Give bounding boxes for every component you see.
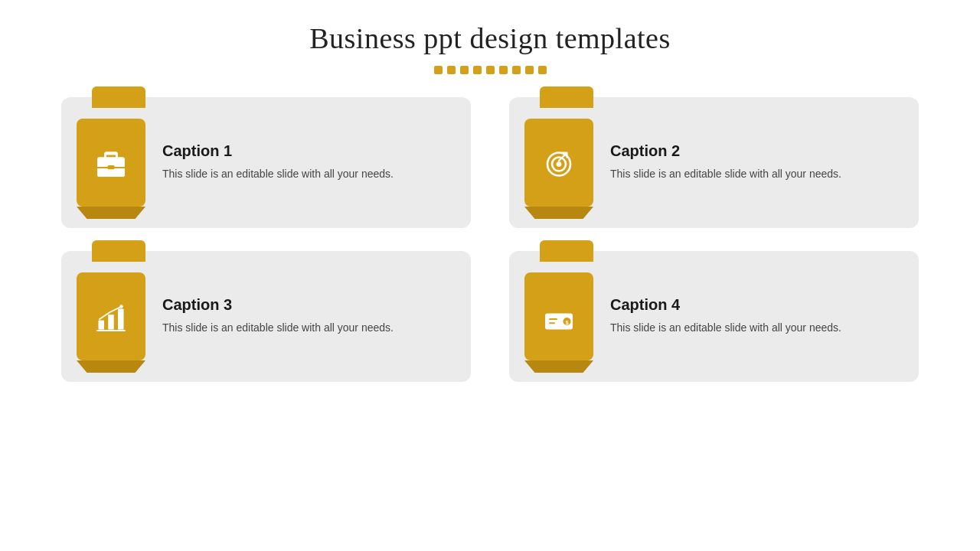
card-content-4: Caption 4 This slide is an editable slid… bbox=[610, 296, 897, 337]
dot-6 bbox=[499, 66, 508, 74]
svg-rect-13 bbox=[108, 315, 114, 330]
card-tab-3 bbox=[92, 240, 145, 262]
dot-1 bbox=[434, 66, 443, 74]
dot-5 bbox=[486, 66, 495, 74]
money-icon: $ bbox=[541, 298, 577, 335]
card-content-3: Caption 3 This slide is an editable slid… bbox=[162, 296, 449, 337]
decorative-dots bbox=[434, 66, 547, 74]
page-header: Business ppt design templates bbox=[309, 0, 671, 55]
card-2: Caption 2 This slide is an editable slid… bbox=[509, 97, 919, 228]
card-wrapper-3: Caption 3 This slide is an editable slid… bbox=[61, 251, 471, 382]
card-tab-1 bbox=[92, 86, 145, 108]
dot-2 bbox=[447, 66, 456, 74]
caption-text-4: This slide is an editable slide with all… bbox=[610, 320, 897, 337]
icon-box-3 bbox=[77, 272, 145, 360]
dot-7 bbox=[512, 66, 521, 74]
card-tab-4 bbox=[540, 240, 593, 262]
card-3: Caption 3 This slide is an editable slid… bbox=[61, 251, 471, 382]
card-wrapper-2: Caption 2 This slide is an editable slid… bbox=[509, 97, 919, 228]
caption-title-4: Caption 4 bbox=[610, 296, 897, 314]
dot-3 bbox=[460, 66, 469, 74]
card-content-1: Caption 1 This slide is an editable slid… bbox=[162, 142, 449, 183]
dot-9 bbox=[538, 66, 547, 74]
caption-title-3: Caption 3 bbox=[162, 296, 449, 314]
caption-text-2: This slide is an editable slide with all… bbox=[610, 166, 897, 183]
card-wrapper-1: Caption 1 This slide is an editable slid… bbox=[61, 97, 471, 228]
caption-text-1: This slide is an editable slide with all… bbox=[162, 166, 449, 183]
cards-grid: Caption 1 This slide is an editable slid… bbox=[0, 97, 980, 382]
page-title: Business ppt design templates bbox=[309, 21, 671, 55]
svg-point-16 bbox=[119, 305, 123, 308]
card-4: $ Caption 4 This slide is an editable sl… bbox=[509, 251, 919, 382]
svg-point-10 bbox=[557, 161, 562, 167]
card-1: Caption 1 This slide is an editable slid… bbox=[61, 97, 471, 228]
icon-box-4: $ bbox=[524, 272, 593, 360]
icon-box-1 bbox=[77, 119, 145, 207]
caption-title-2: Caption 2 bbox=[610, 142, 897, 160]
icon-box-2 bbox=[524, 119, 593, 207]
caption-text-3: This slide is an editable slide with all… bbox=[162, 320, 449, 337]
card-wrapper-4: $ Caption 4 This slide is an editable sl… bbox=[509, 251, 919, 382]
caption-title-1: Caption 1 bbox=[162, 142, 449, 160]
card-tab-2 bbox=[540, 86, 593, 108]
target-icon bbox=[541, 145, 577, 181]
dot-4 bbox=[473, 66, 482, 74]
card-content-2: Caption 2 This slide is an editable slid… bbox=[610, 142, 897, 183]
chart-icon bbox=[93, 298, 129, 335]
svg-rect-12 bbox=[99, 320, 105, 329]
briefcase-icon-clean bbox=[93, 145, 129, 181]
svg-rect-14 bbox=[118, 308, 124, 329]
dot-8 bbox=[525, 66, 534, 74]
